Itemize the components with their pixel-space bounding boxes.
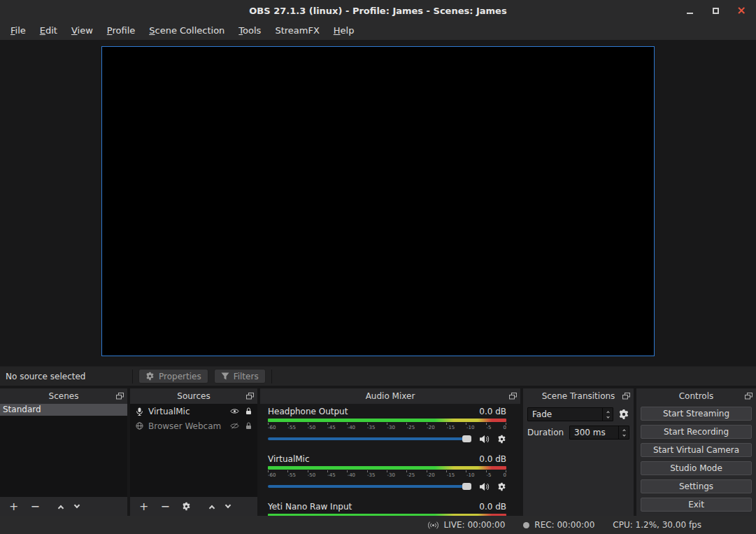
close-button[interactable]: ×	[736, 6, 746, 15]
window-title: OBS 27.1.3 (linux) - Profile: James - Sc…	[249, 6, 506, 16]
docks-area: Scenes Standard + − Sources	[0, 386, 756, 516]
sources-dock-header: Sources	[130, 388, 257, 404]
cpu-fps-stats: CPU: 1.2%, 30.00 fps	[613, 520, 701, 530]
start-virtual-camera-button[interactable]: Start Virtual Camera	[641, 443, 752, 457]
scenes-dock: Scenes Standard + −	[0, 388, 127, 516]
menu-profile[interactable]: Profile	[100, 21, 142, 40]
mixer-channel: Headphone Output 0.0 dB -60-55-50-45-40-…	[260, 405, 520, 444]
scene-transitions-header: Scene Transitions	[523, 388, 634, 404]
exit-button[interactable]: Exit	[641, 498, 752, 512]
db-tick: -25	[407, 472, 415, 479]
move-source-down-button[interactable]	[225, 503, 231, 508]
properties-label: Properties	[159, 372, 201, 381]
db-tick: -20	[427, 425, 434, 431]
properties-button[interactable]: Properties	[138, 369, 208, 384]
chevron-up-icon	[622, 429, 625, 432]
scenes-dock-header: Scenes	[0, 388, 127, 404]
menu-streamfx[interactable]: StreamFX	[268, 21, 326, 40]
window-controls: ×	[685, 0, 746, 21]
db-tick: -50	[308, 425, 315, 431]
menu-help[interactable]: Help	[327, 21, 362, 40]
db-tick: -40	[348, 472, 355, 479]
scene-transitions-dock: Scene Transitions Fade Duration	[523, 388, 634, 516]
combo-spinner[interactable]	[602, 408, 613, 421]
controls-body: Start Streaming Start Recording Start Vi…	[636, 404, 756, 516]
gear-icon[interactable]	[497, 435, 506, 444]
db-tick: 0	[503, 425, 506, 431]
controls-dock-header: Controls	[636, 388, 756, 404]
start-streaming-button[interactable]: Start Streaming	[641, 407, 752, 421]
slider-handle[interactable]	[462, 435, 471, 442]
gear-icon	[145, 372, 155, 381]
move-scene-down-button[interactable]	[74, 503, 80, 508]
channel-name: VirtualMic	[268, 454, 310, 465]
volume-slider[interactable]	[268, 437, 471, 440]
menu-edit[interactable]: Edit	[33, 21, 64, 40]
chevron-down-icon	[622, 433, 625, 436]
sources-list: VirtualMic Browser Webcam	[130, 404, 257, 497]
controls-dock: Controls Start Streaming Start Recording…	[636, 388, 756, 516]
speaker-icon[interactable]	[479, 482, 490, 491]
slider-handle[interactable]	[462, 483, 471, 490]
menu-scene-collection[interactable]: Scene Collection	[142, 21, 231, 40]
transition-select[interactable]: Fade	[527, 407, 613, 421]
eye-off-icon[interactable]	[230, 423, 239, 429]
add-scene-button[interactable]: +	[9, 501, 18, 512]
filter-icon	[221, 372, 229, 380]
duration-spinbox[interactable]: 300 ms	[569, 426, 629, 440]
db-tick: -35	[367, 472, 375, 479]
add-source-button[interactable]: +	[139, 501, 148, 512]
preview-canvas[interactable]	[101, 46, 655, 356]
lock-icon[interactable]	[245, 422, 252, 430]
transition-gear-icon[interactable]	[618, 409, 629, 420]
filters-button[interactable]: Filters	[214, 369, 266, 384]
popout-icon[interactable]	[509, 393, 517, 400]
sources-toolbar: + −	[130, 497, 257, 516]
channel-name: Yeti Nano Raw Input	[268, 502, 352, 512]
remove-source-button[interactable]: −	[160, 501, 169, 512]
db-tick: -45	[327, 472, 335, 479]
db-tick: -5	[486, 425, 491, 431]
move-source-up-button[interactable]	[209, 505, 215, 510]
move-scene-up-button[interactable]	[58, 505, 64, 510]
menu-tools[interactable]: Tools	[231, 21, 268, 40]
popout-icon[interactable]	[116, 393, 124, 400]
menu-view[interactable]: View	[64, 21, 100, 40]
maximize-button[interactable]	[711, 6, 720, 15]
settings-button[interactable]: Settings	[641, 479, 752, 493]
speaker-icon[interactable]	[479, 435, 490, 444]
duration-spinner[interactable]	[618, 426, 629, 439]
scenes-toolbar: + −	[0, 497, 127, 516]
live-status: LIVE: 00:00:00	[427, 520, 506, 530]
menu-file[interactable]: File	[3, 21, 33, 40]
remove-scene-button[interactable]: −	[30, 501, 39, 512]
db-tick: -15	[447, 472, 455, 479]
popout-icon[interactable]	[246, 393, 254, 400]
source-item[interactable]: Browser Webcam	[130, 419, 257, 433]
eye-icon[interactable]	[230, 408, 239, 414]
live-time: LIVE: 00:00:00	[444, 520, 506, 530]
start-recording-button[interactable]: Start Recording	[641, 425, 752, 439]
popout-icon[interactable]	[622, 393, 630, 400]
gear-icon[interactable]	[497, 482, 506, 491]
source-item[interactable]: VirtualMic	[130, 404, 257, 419]
transition-value: Fade	[528, 409, 602, 419]
source-properties-button[interactable]	[182, 502, 191, 511]
popout-icon[interactable]	[745, 393, 753, 400]
sources-dock: Sources VirtualMic	[130, 388, 257, 516]
db-tick: -5	[486, 472, 491, 479]
scene-item[interactable]: Standard	[0, 404, 127, 416]
record-dot-icon	[523, 522, 529, 528]
source-name: Browser Webcam	[148, 421, 225, 431]
minimize-button[interactable]	[685, 6, 694, 15]
scene-transitions-title: Scene Transitions	[542, 391, 615, 401]
db-tick: -55	[287, 425, 295, 431]
volume-slider[interactable]	[268, 485, 471, 488]
preview-region	[0, 40, 756, 366]
db-tick: -55	[287, 472, 295, 479]
lock-icon[interactable]	[245, 407, 252, 415]
toolbar-divider	[271, 370, 272, 384]
db-tick: -60	[268, 472, 276, 479]
studio-mode-button[interactable]: Studio Mode	[641, 461, 752, 475]
scenes-list: Standard	[0, 404, 127, 497]
